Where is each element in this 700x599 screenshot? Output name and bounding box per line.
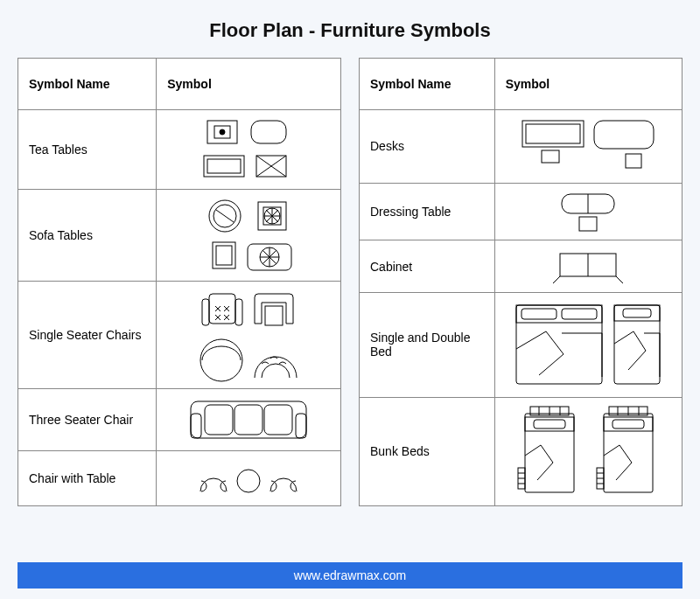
svg-rect-65	[623, 309, 651, 317]
three-seater-chair-icon	[178, 394, 318, 445]
col-header-symbol: Symbol	[494, 59, 682, 110]
dressing-table-icon	[536, 189, 640, 234]
single-double-bed-icon	[509, 298, 667, 391]
bunk-beds-icon	[509, 403, 667, 499]
svg-rect-59	[516, 305, 602, 384]
svg-rect-42	[296, 414, 306, 438]
svg-rect-72	[534, 420, 565, 428]
row-label: Single Seater Chairs	[18, 282, 157, 389]
svg-rect-5	[207, 159, 241, 173]
svg-point-46	[237, 470, 260, 492]
svg-rect-51	[626, 154, 641, 168]
svg-rect-28	[202, 299, 209, 325]
table-row: Cabinet	[360, 240, 682, 293]
svg-rect-54	[579, 217, 597, 231]
svg-rect-29	[235, 299, 242, 325]
svg-rect-44	[234, 405, 262, 435]
svg-rect-66	[525, 414, 574, 492]
tables-wrapper: Symbol Name Symbol Tea Tables Sofa Table…	[0, 58, 700, 506]
symbol-cell	[494, 292, 682, 397]
svg-rect-64	[614, 305, 660, 321]
svg-point-39	[200, 339, 242, 381]
table-row: Three Seater Chair	[18, 389, 341, 451]
row-label: Dressing Table	[360, 183, 495, 240]
tea-tables-icon	[183, 115, 314, 184]
footer-url: www.edrawmax.com	[294, 568, 406, 582]
table-row: Single Seater Chairs	[18, 282, 341, 389]
symbol-cell	[157, 389, 341, 451]
sofa-tables-icon	[183, 195, 314, 275]
svg-rect-3	[251, 121, 286, 143]
svg-rect-49	[542, 150, 559, 163]
row-label: Desks	[360, 110, 495, 184]
svg-rect-38	[265, 306, 283, 325]
svg-rect-71	[525, 417, 574, 431]
row-label: Sofa Tables	[18, 190, 157, 282]
symbol-cell	[494, 183, 682, 240]
symbol-cell	[157, 451, 341, 506]
right-table: Symbol Name Symbol Desks Dressing Table	[359, 58, 682, 506]
table-row: Chair with Table	[18, 451, 341, 506]
row-label: Single and Double Bed	[360, 292, 495, 397]
svg-rect-48	[526, 124, 580, 143]
left-table: Symbol Name Symbol Tea Tables Sofa Table…	[18, 58, 341, 506]
page-title: Floor Plan - Furniture Symbols	[0, 19, 700, 42]
table-row: Single and Double Bed	[360, 292, 682, 397]
row-label: Bunk Beds	[360, 397, 495, 505]
symbol-cell	[157, 282, 341, 389]
col-header-name: Symbol Name	[360, 59, 495, 110]
svg-rect-41	[191, 414, 201, 438]
col-header-name: Symbol Name	[18, 59, 157, 110]
table-row: Dressing Table	[360, 183, 682, 240]
table-row: Tea Tables	[18, 110, 341, 190]
svg-rect-43	[205, 405, 233, 435]
svg-rect-61	[522, 309, 556, 319]
footer-bar: www.edrawmax.com	[18, 562, 682, 589]
table-row: Bunk Beds	[360, 397, 682, 505]
row-label: Chair with Table	[18, 451, 157, 506]
table-row: Desks	[360, 110, 682, 184]
table-row: Sofa Tables	[18, 190, 341, 282]
svg-rect-40	[191, 401, 306, 438]
svg-point-2	[220, 129, 225, 135]
svg-line-58	[616, 276, 623, 283]
svg-rect-83	[612, 420, 644, 428]
svg-rect-20	[216, 246, 232, 265]
svg-rect-50	[594, 121, 654, 149]
row-label: Three Seater Chair	[18, 389, 157, 451]
table-header-row: Symbol Name Symbol	[360, 59, 682, 110]
svg-line-57	[553, 276, 560, 283]
row-label: Cabinet	[360, 240, 495, 293]
svg-line-11	[216, 210, 234, 222]
svg-rect-82	[604, 417, 653, 431]
svg-rect-45	[264, 405, 292, 435]
svg-rect-77	[604, 414, 653, 492]
symbol-cell	[494, 110, 682, 184]
col-header-symbol: Symbol	[157, 59, 341, 110]
svg-rect-60	[516, 305, 602, 323]
symbol-cell	[157, 190, 341, 282]
table-header-row: Symbol Name Symbol	[18, 59, 341, 110]
chair-with-table-icon	[183, 456, 314, 500]
symbol-cell	[494, 397, 682, 505]
symbol-cell	[494, 240, 682, 293]
single-seater-chairs-icon	[183, 287, 314, 383]
row-label: Tea Tables	[18, 110, 157, 190]
svg-rect-62	[562, 309, 597, 319]
desks-icon	[514, 115, 662, 177]
symbol-cell	[157, 110, 341, 190]
svg-rect-27	[209, 294, 235, 324]
cabinet-icon	[536, 247, 640, 287]
